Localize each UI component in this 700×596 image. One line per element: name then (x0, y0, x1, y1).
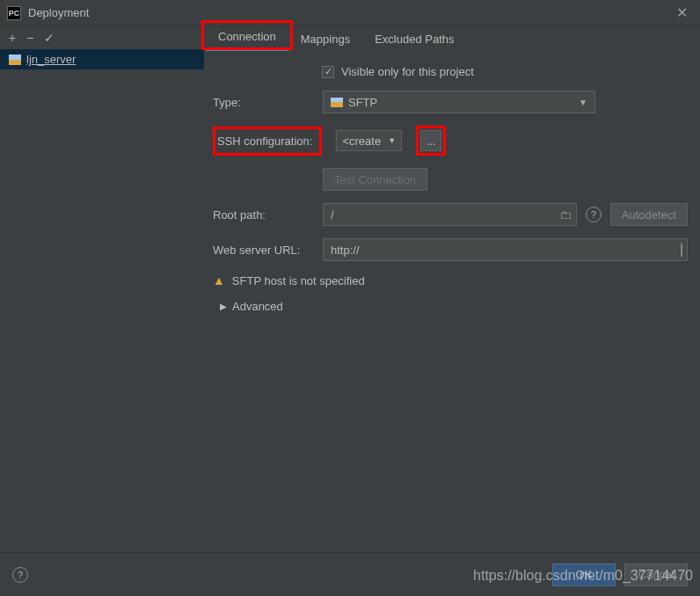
server-icon (9, 55, 21, 65)
ssh-browse-button[interactable]: ... (420, 130, 441, 151)
body: + − ✓ ljn_server Connection Mappings Exc… (0, 26, 700, 552)
footer: ? OK Cancel https://blog.csdn.net/m0_377… (0, 552, 700, 596)
root-path-value: / (331, 208, 334, 222)
web-url-row: Web server URL: http:// (213, 238, 688, 261)
warning-text: SFTP host is not specified (232, 274, 365, 287)
type-row: Type: SFTP ▼ (213, 91, 688, 113)
server-list: ljn_server (0, 49, 204, 552)
web-url-value: http:// (331, 243, 360, 257)
chevron-down-icon: ▼ (388, 136, 396, 145)
test-connection-button[interactable]: Test Connection (323, 168, 427, 191)
form: ✓ Visible only for this project Type: SF… (204, 51, 688, 313)
server-item[interactable]: ljn_server (0, 49, 204, 69)
visible-only-label: Visible only for this project (341, 65, 474, 78)
visible-only-row: ✓ Visible only for this project (213, 65, 688, 78)
sftp-icon (331, 98, 343, 107)
root-path-input[interactable]: / (323, 203, 577, 226)
ok-button[interactable]: OK (552, 563, 616, 586)
tab-connection-label: Connection (218, 30, 276, 43)
tabs: Connection Mappings Excluded Paths (204, 26, 688, 51)
ssh-row: SSH configuration: <create ▼ ... (213, 126, 688, 156)
highlight-annotation: ... (416, 126, 446, 156)
web-url-label: Web server URL: (213, 243, 314, 257)
close-icon[interactable]: ✕ (671, 4, 693, 21)
help-button[interactable]: ? (12, 567, 28, 583)
web-url-wrapper: http:// (323, 238, 688, 261)
advanced-label: Advanced (232, 300, 283, 313)
web-url-input[interactable]: http:// (323, 238, 688, 261)
ssh-label: SSH configuration: (217, 134, 312, 148)
highlight-annotation: SSH configuration: (213, 127, 322, 156)
folder-icon[interactable]: 🗀 (559, 207, 572, 222)
add-button[interactable]: + (9, 31, 16, 45)
root-path-wrapper: / 🗀 (323, 203, 577, 226)
type-label: Type: (213, 96, 314, 109)
server-name: ljn_server (26, 53, 76, 66)
type-dropdown[interactable]: SFTP ▼ (323, 91, 595, 113)
root-path-label: Root path: (213, 208, 314, 222)
tab-mappings[interactable]: Mappings (288, 27, 362, 51)
cancel-button[interactable]: Cancel (624, 563, 688, 586)
root-path-row: Root path: / 🗀 ? Autodetect (213, 203, 688, 226)
warning-row: ▲ SFTP host is not specified (213, 273, 688, 287)
app-icon: PC (7, 6, 21, 20)
visible-only-checkbox[interactable]: ✓ (322, 66, 334, 78)
left-panel: + − ✓ ljn_server (0, 26, 204, 552)
warning-icon: ▲ (213, 273, 225, 287)
help-icon[interactable]: ? (586, 207, 602, 222)
window-title: Deployment (28, 6, 671, 19)
tab-excluded[interactable]: Excluded Paths (362, 27, 466, 51)
right-panel: Connection Mappings Excluded Paths ✓ Vis… (204, 26, 700, 552)
chevron-right-icon: ▶ (220, 302, 227, 311)
ssh-config-dropdown[interactable]: <create ▼ (336, 130, 402, 151)
type-value: SFTP (348, 96, 377, 109)
autodetect-button[interactable]: Autodetect (610, 203, 688, 226)
ssh-config-value: <create (342, 134, 381, 148)
test-connection-row: Test Connection (213, 168, 688, 191)
globe-icon[interactable] (681, 243, 682, 257)
chevron-down-icon: ▼ (579, 98, 587, 107)
tab-connection[interactable]: Connection (206, 25, 288, 51)
apply-button[interactable]: ✓ (44, 31, 55, 45)
remove-button[interactable]: − (26, 31, 33, 45)
titlebar: PC Deployment ✕ (0, 0, 700, 26)
server-toolbar: + − ✓ (0, 26, 204, 49)
advanced-toggle[interactable]: ▶ Advanced (213, 300, 688, 313)
